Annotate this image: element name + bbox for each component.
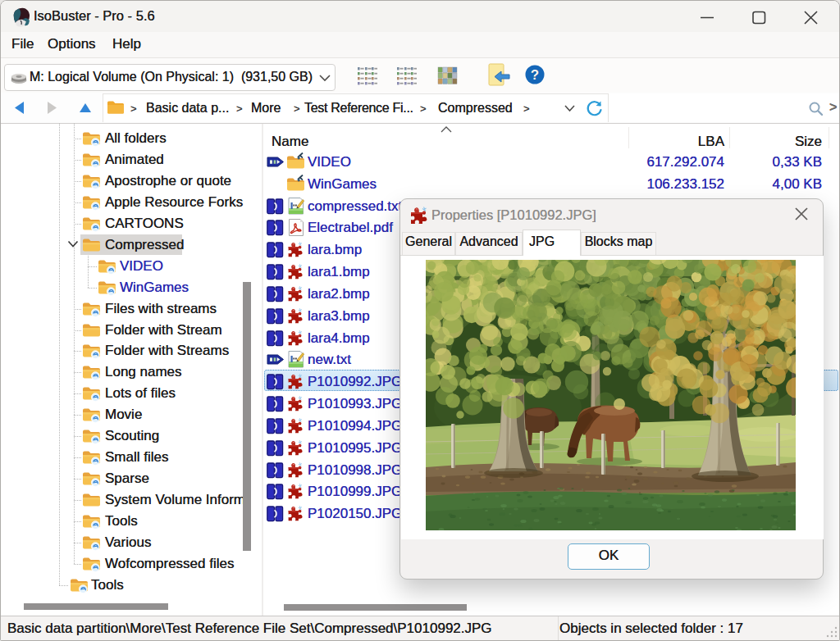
- svg-text:?: ?: [531, 67, 539, 83]
